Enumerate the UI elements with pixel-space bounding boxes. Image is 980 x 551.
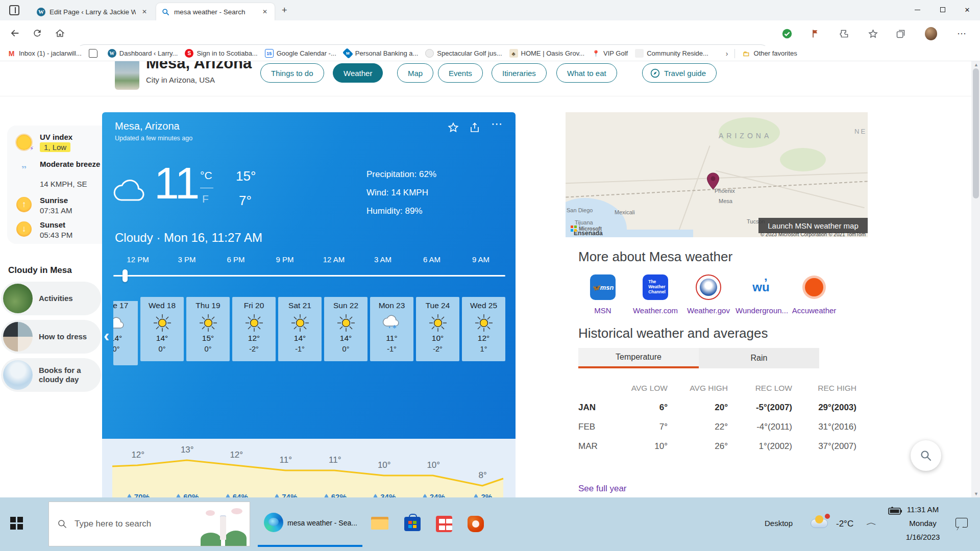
- window-close-button[interactable]: ✕: [955, 0, 979, 19]
- action-center-icon[interactable]: [955, 518, 968, 528]
- day-chip-sun22[interactable]: Sun 22 14° 0°: [324, 297, 368, 361]
- floating-search-button[interactable]: [911, 440, 941, 471]
- table-row-mar: MAR 10° 26° 1°(2002) 37°(2007): [578, 437, 856, 456]
- bookmark-vip-golf[interactable]: VIP Golf: [592, 49, 628, 58]
- scroll-down-arrow[interactable]: ▼: [974, 491, 978, 496]
- snow-shower-icon: [370, 312, 413, 334]
- profile-avatar[interactable]: [925, 28, 937, 40]
- link-accuweather[interactable]: Accuweather: [789, 274, 840, 315]
- suggestion-books[interactable]: Books for a cloudy day: [1, 358, 101, 392]
- window-minimize-button[interactable]: [905, 0, 929, 19]
- bing-results-page: Mesa, Arizona City in Arizona, USA Thing…: [0, 61, 980, 497]
- tab-rain[interactable]: Rain: [699, 348, 819, 368]
- bookmark-inbox[interactable]: Inbox (1) - jaclarwill...: [7, 49, 82, 58]
- bookmark-personal-banking[interactable]: Personal Banking a...: [344, 49, 419, 57]
- browser-tab-wordpress[interactable]: W Edit Page ‹ Larry & Jackie Willard ✕: [32, 3, 154, 20]
- map-attribution: © 2023 Microsoft Corporation © 2021 TomT…: [761, 232, 866, 237]
- link-msn[interactable]: 🦋msn MSN: [577, 274, 628, 315]
- scroll-up-arrow[interactable]: ▲: [974, 62, 978, 67]
- droplet-icon: [176, 493, 181, 498]
- browser-toolbar: https://www.bing.com/search?q=mesa+weath…: [0, 20, 980, 46]
- tab-map[interactable]: Map: [397, 63, 433, 83]
- tray-weather-icon[interactable]: [811, 515, 831, 531]
- day-chip-tue24[interactable]: Tue 24 10° -2°: [416, 297, 459, 361]
- day-chip-tue17[interactable]: Tue 17 14° 0°: [113, 301, 138, 365]
- accuweather-icon: [801, 274, 827, 300]
- clock-day: Monday: [897, 516, 948, 530]
- tab-itineraries[interactable]: Itineraries: [492, 63, 547, 83]
- taskbar-microsoft-store[interactable]: [402, 513, 423, 533]
- bookmark-wordpress-dashboard[interactable]: Dashboard ‹ Larry...: [108, 49, 178, 58]
- page-scrollbar[interactable]: ▲ ▼: [971, 61, 980, 497]
- time-slider-track[interactable]: [113, 275, 505, 277]
- droplet-icon: [373, 493, 378, 498]
- day-chip-wed25[interactable]: Wed 25 12° 1°: [462, 297, 505, 361]
- bookmarks-overflow-chevron[interactable]: ›: [726, 49, 728, 58]
- home-button[interactable]: [53, 27, 66, 40]
- browser-tab-bing-search[interactable]: mesa weather - Search ✕: [156, 3, 275, 20]
- day-chip-wed18[interactable]: Wed 18 14° 0°: [140, 297, 184, 361]
- suggestion-activities[interactable]: Activities: [1, 282, 101, 315]
- forecast-prev-chevron[interactable]: ‹: [104, 325, 109, 345]
- collections-icon[interactable]: [894, 28, 906, 40]
- window-maximize-button[interactable]: [931, 0, 954, 19]
- link-weather-gov[interactable]: Weather.gov: [683, 274, 734, 315]
- bookmark-community-residences[interactable]: Community Reside...: [635, 49, 708, 58]
- back-button[interactable]: [8, 27, 21, 40]
- tab-close-icon[interactable]: ✕: [260, 7, 270, 16]
- new-tab-button[interactable]: +: [282, 5, 287, 16]
- unit-fahrenheit[interactable]: F: [202, 193, 209, 205]
- day-chip-mon23[interactable]: Mon 23 11° -1°: [370, 297, 413, 361]
- launch-msn-weather-map-button[interactable]: Launch MSN weather map: [758, 218, 868, 233]
- extensions-icon[interactable]: [838, 28, 850, 40]
- city-thumbnail[interactable]: [115, 61, 139, 90]
- tab-things-to-do[interactable]: Things to do: [260, 63, 324, 83]
- golf-site-icon: [425, 49, 434, 58]
- more-options-icon[interactable]: ⋯: [491, 117, 502, 131]
- tab-events[interactable]: Events: [438, 63, 483, 83]
- map-label-mesa: Mesa: [719, 198, 732, 204]
- see-full-year-link[interactable]: See full year: [578, 484, 627, 494]
- tray-clock[interactable]: 11:31 AM Monday 1/16/2023: [897, 503, 948, 544]
- flag-icon[interactable]: [810, 28, 822, 40]
- unit-celsius[interactable]: °C: [200, 169, 212, 182]
- taskbar-news-app[interactable]: [434, 513, 454, 533]
- settings-menu-icon[interactable]: ⋯: [955, 28, 968, 40]
- other-favorites-button[interactable]: Other favorites: [742, 49, 797, 58]
- desktop-screen: W Edit Page ‹ Larry & Jackie Willard ✕ m…: [0, 0, 980, 551]
- share-icon[interactable]: [469, 121, 481, 134]
- suggestion-how-to-dress[interactable]: How to dress: [1, 320, 101, 354]
- tab-what-to-eat[interactable]: What to eat: [556, 63, 617, 83]
- taskbar-office-app[interactable]: [465, 513, 486, 533]
- taskbar-search-box[interactable]: Type here to search: [48, 502, 250, 546]
- tray-temperature[interactable]: -2°C: [836, 519, 853, 529]
- bookmark-oasis-home[interactable]: HOME | Oasis Grov...: [509, 49, 584, 58]
- desktop-toolbar-label[interactable]: Desktop: [765, 519, 793, 528]
- favorite-star-icon[interactable]: [447, 121, 459, 134]
- tab-travel-guide[interactable]: Travel guide: [642, 63, 717, 83]
- day-chip-thu19[interactable]: Thu 19 15° 0°: [186, 297, 230, 361]
- link-wunderground[interactable]: wu̓ Wundergroun...: [736, 274, 787, 315]
- refresh-button[interactable]: [31, 27, 44, 40]
- edge-icon: [264, 513, 283, 532]
- tab-temperature[interactable]: Temperature: [578, 348, 699, 368]
- favorites-icon[interactable]: [867, 28, 879, 40]
- start-button[interactable]: [10, 517, 23, 530]
- tray-expand-chevron[interactable]: ︿: [866, 518, 877, 528]
- bookmark-google-calendar[interactable]: Google Calendar -...: [265, 49, 336, 58]
- day-chip-sat21[interactable]: Sat 21 14° -1°: [278, 297, 322, 361]
- bookmark-scotiabank[interactable]: Sign in to Scotiaba...: [185, 49, 257, 58]
- bookmark-golf[interactable]: Spectacular Golf jus...: [425, 49, 502, 58]
- time-slider-thumb[interactable]: [122, 269, 128, 282]
- bookmark-document[interactable]: [89, 49, 101, 58]
- security-check-icon[interactable]: [781, 28, 793, 40]
- taskbar-file-explorer[interactable]: [370, 513, 390, 533]
- tab-weather[interactable]: Weather: [333, 63, 383, 83]
- map-label-tijuana: Tijuana: [575, 219, 593, 226]
- day-chip-fri20[interactable]: Fri 20 12° -2°: [232, 297, 276, 361]
- tab-close-icon[interactable]: ✕: [140, 7, 149, 16]
- tab-actions-icon[interactable]: [9, 5, 19, 15]
- scrollbar-thumb[interactable]: [973, 68, 979, 198]
- link-weather-com[interactable]: TheWeatherChannel Weather.com: [630, 274, 681, 315]
- weather-map[interactable]: ARIZONA NE San Diego Mexicali Tijuana Ph…: [566, 112, 868, 237]
